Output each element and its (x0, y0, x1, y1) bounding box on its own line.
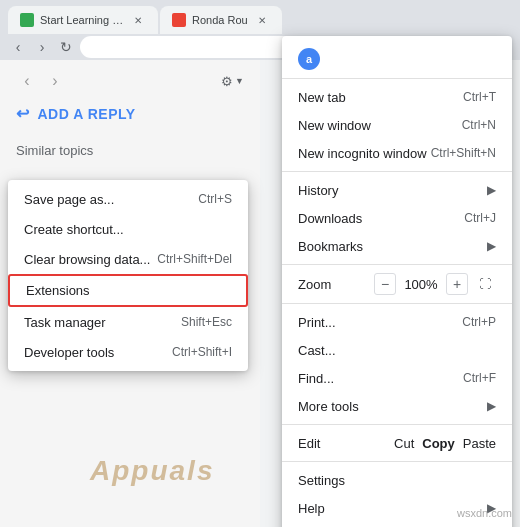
browser-menu: a New tab Ctrl+T New window Ctrl+N New i… (282, 36, 512, 527)
menu-item-more-tools[interactable]: More tools ▶ (282, 392, 512, 420)
menu-item-settings[interactable]: Settings (282, 466, 512, 494)
menu-divider-1 (282, 171, 512, 172)
menu-item-history-arrow: ▶ (487, 183, 496, 197)
page-menu-item-extensions[interactable]: Extensions (8, 274, 248, 307)
menu-item-help-label: Help (298, 501, 325, 516)
tab-2[interactable]: Ronda Rou ✕ (160, 6, 282, 34)
settings-button[interactable]: ⚙ ▼ (221, 74, 244, 89)
page-menu-devtools-label: Developer tools (24, 345, 114, 360)
menu-item-new-window-shortcut: Ctrl+N (462, 118, 496, 132)
menu-item-print[interactable]: Print... Ctrl+P (282, 308, 512, 336)
menu-item-new-window[interactable]: New window Ctrl+N (282, 111, 512, 139)
menu-item-incognito-shortcut: Ctrl+Shift+N (431, 146, 496, 160)
menu-item-incognito[interactable]: New incognito window Ctrl+Shift+N (282, 139, 512, 167)
page-menu-item-clear[interactable]: Clear browsing data... Ctrl+Shift+Del (8, 244, 248, 274)
edit-copy-button[interactable]: Copy (422, 436, 455, 451)
page-menu-task-label: Task manager (24, 315, 106, 330)
menu-item-downloads[interactable]: Downloads Ctrl+J (282, 204, 512, 232)
tab-label-1: Start Learning at Tree (40, 14, 124, 26)
zoom-fullscreen-button[interactable]: ⛶ (474, 273, 496, 295)
forward-button[interactable]: › (32, 37, 52, 57)
edit-paste-button[interactable]: Paste (463, 436, 496, 451)
menu-item-find[interactable]: Find... Ctrl+F (282, 364, 512, 392)
page-menu-devtools-shortcut: Ctrl+Shift+I (172, 345, 232, 359)
gear-dropdown-icon: ▼ (235, 76, 244, 86)
similar-topics-label: Similar topics (16, 143, 244, 158)
menu-item-history[interactable]: History ▶ (282, 176, 512, 204)
gear-icon: ⚙ (221, 74, 233, 89)
zoom-controls: − 100% + ⛶ (374, 273, 496, 295)
tab-favicon-1 (20, 13, 34, 27)
add-reply-button[interactable]: ↩ ADD A REPLY (16, 104, 244, 123)
menu-item-new-tab-shortcut: Ctrl+T (463, 90, 496, 104)
menu-divider-5 (282, 461, 512, 462)
edit-cut-button[interactable]: Cut (394, 436, 414, 451)
menu-item-edit-label: Edit (298, 436, 320, 451)
page-menu-clear-label: Clear browsing data... (24, 252, 150, 267)
page-menu-save-shortcut: Ctrl+S (198, 192, 232, 206)
menu-item-find-shortcut: Ctrl+F (463, 371, 496, 385)
menu-item-new-tab-label: New tab (298, 90, 346, 105)
page-menu-shortcut-label: Create shortcut... (24, 222, 124, 237)
menu-divider-4 (282, 424, 512, 425)
page-context-menu: Save page as... Ctrl+S Create shortcut..… (8, 180, 248, 371)
prev-button[interactable]: ‹ (16, 70, 38, 92)
edit-actions: Cut Copy Paste (394, 436, 496, 451)
add-reply-label: ADD A REPLY (38, 106, 136, 122)
zoom-plus-button[interactable]: + (446, 273, 468, 295)
nav-controls: ‹ › ⚙ ▼ (16, 70, 244, 92)
refresh-button[interactable]: ↻ (56, 37, 76, 57)
menu-item-downloads-label: Downloads (298, 211, 362, 226)
tab-close-1[interactable]: ✕ (130, 12, 146, 28)
tab-1[interactable]: Start Learning at Tree ✕ (8, 6, 158, 34)
menu-item-find-label: Find... (298, 371, 334, 386)
menu-item-print-shortcut: Ctrl+P (462, 315, 496, 329)
menu-item-downloads-shortcut: Ctrl+J (464, 211, 496, 225)
menu-item-print-label: Print... (298, 315, 336, 330)
menu-item-settings-label: Settings (298, 473, 345, 488)
menu-divider-3 (282, 303, 512, 304)
menu-item-cast[interactable]: Cast... (282, 336, 512, 364)
page-menu-item-devtools[interactable]: Developer tools Ctrl+Shift+I (8, 337, 248, 367)
tab-bar: Start Learning at Tree ✕ Ronda Rou ✕ (0, 0, 520, 34)
next-button[interactable]: › (44, 70, 66, 92)
menu-item-edit-row: Edit Cut Copy Paste (282, 429, 512, 457)
menu-item-exit[interactable]: Exit (282, 522, 512, 527)
reply-icon: ↩ (16, 104, 30, 123)
zoom-minus-button[interactable]: − (374, 273, 396, 295)
tab-label-2: Ronda Rou (192, 14, 248, 26)
page-menu-item-save[interactable]: Save page as... Ctrl+S (8, 184, 248, 214)
page-menu-item-shortcut[interactable]: Create shortcut... (8, 214, 248, 244)
page-menu-save-label: Save page as... (24, 192, 114, 207)
menu-item-cast-label: Cast... (298, 343, 336, 358)
back-button[interactable]: ‹ (8, 37, 28, 57)
menu-item-bookmarks-arrow: ▶ (487, 239, 496, 253)
menu-profile-row: a (282, 40, 512, 79)
wsxdn-watermark: wsxdn.com (457, 507, 512, 519)
tab-favicon-2 (172, 13, 186, 27)
page-menu-item-task-manager[interactable]: Task manager Shift+Esc (8, 307, 248, 337)
menu-item-more-tools-label: More tools (298, 399, 359, 414)
zoom-percent: 100% (402, 277, 440, 292)
menu-item-new-window-label: New window (298, 118, 371, 133)
menu-avatar: a (298, 48, 320, 70)
page-menu-clear-shortcut: Ctrl+Shift+Del (157, 252, 232, 266)
zoom-row: Zoom − 100% + ⛶ (282, 269, 512, 299)
menu-item-history-label: History (298, 183, 338, 198)
page-menu-extensions-label: Extensions (26, 283, 90, 298)
menu-item-incognito-label: New incognito window (298, 146, 427, 161)
tab-close-2[interactable]: ✕ (254, 12, 270, 28)
zoom-label: Zoom (298, 277, 331, 292)
menu-item-bookmarks[interactable]: Bookmarks ▶ (282, 232, 512, 260)
menu-item-bookmarks-label: Bookmarks (298, 239, 363, 254)
menu-item-more-tools-arrow: ▶ (487, 399, 496, 413)
menu-divider-2 (282, 264, 512, 265)
menu-item-new-tab[interactable]: New tab Ctrl+T (282, 83, 512, 111)
page-menu-task-shortcut: Shift+Esc (181, 315, 232, 329)
